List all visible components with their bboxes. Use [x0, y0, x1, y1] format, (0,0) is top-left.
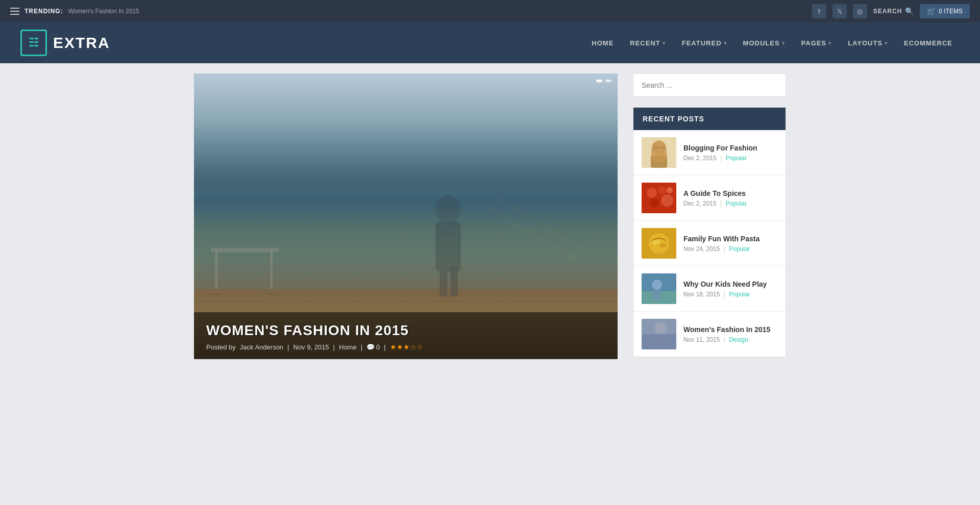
recent-posts-widget: RECENT POSTS Blogging For Fashion — [633, 107, 786, 357]
svg-rect-22 — [651, 155, 667, 168]
slider-dot — [605, 80, 611, 82]
search-area: SEARCH 🔍 — [873, 7, 914, 15]
list-item[interactable]: Blogging For Fashion Dec 2, 2015 | Popul… — [633, 130, 786, 175]
svg-rect-23 — [653, 146, 658, 149]
list-item[interactable]: Women's Fashion In 2015 Nov 11, 2015 | D… — [633, 312, 786, 357]
post-section[interactable]: Home — [339, 343, 357, 351]
post-thumbnail — [642, 183, 676, 213]
featured-overlay: WOMEN'S FASHION IN 2015 Posted by Jack A… — [194, 312, 618, 359]
svg-point-27 — [658, 186, 666, 194]
main-nav: HOME RECENT ▾ FEATURED ▾ MODULES ▾ PAGES… — [584, 35, 960, 51]
chevron-down-icon: ▾ — [663, 40, 666, 46]
post-item-meta: Nov 18, 2015 | Popular — [683, 291, 777, 298]
post-item-title: Why Our Kids Need Play — [683, 280, 777, 288]
author-name[interactable]: Jack Anderson — [240, 343, 283, 351]
svg-rect-11 — [435, 222, 461, 272]
twitter-icon[interactable]: 𝕏 — [832, 4, 847, 18]
sub-header — [0, 63, 980, 73]
search-input[interactable] — [633, 74, 786, 96]
post-item-meta: Nov 24, 2015 | Popular — [683, 245, 777, 252]
svg-point-29 — [650, 198, 659, 208]
sidebar: RECENT POSTS Blogging For Fashion — [633, 73, 786, 359]
svg-point-10 — [435, 195, 461, 223]
post-info: Blogging For Fashion Dec 2, 2015 | Popul… — [683, 144, 777, 162]
cart-button[interactable]: 🛒 0 ITEMS — [920, 4, 970, 18]
search-label: SEARCH — [873, 8, 902, 15]
hamburger-menu[interactable] — [10, 8, 19, 15]
chevron-down-icon: ▾ — [724, 40, 727, 46]
nav-modules[interactable]: MODULES ▾ — [736, 35, 792, 51]
cart-icon: 🛒 — [927, 7, 936, 15]
nav-pages[interactable]: PAGES ▾ — [794, 35, 839, 51]
svg-rect-38 — [653, 290, 661, 299]
svg-rect-24 — [660, 146, 665, 149]
top-bar: TRENDING: Women's Fashion In 2015 f 𝕏 ◎ … — [0, 0, 980, 22]
facebook-icon[interactable]: f — [812, 4, 826, 18]
post-info: A Guide To Spices Dec 2, 2015 | Popular — [683, 189, 777, 207]
posted-by-label: Posted by — [206, 343, 236, 351]
logo-icon: ☷ — [20, 30, 47, 56]
post-item-meta: Nov 11, 2015 | Design — [683, 336, 777, 343]
nav-home[interactable]: HOME — [584, 35, 621, 51]
featured-title: WOMEN'S FASHION IN 2015 — [206, 322, 605, 339]
svg-point-26 — [647, 188, 657, 198]
nav-ecommerce[interactable]: ECOMMERCE — [897, 35, 960, 51]
svg-point-28 — [661, 194, 673, 207]
featured-post[interactable]: WOMEN'S FASHION IN 2015 Posted by Jack A… — [194, 73, 618, 359]
svg-rect-7 — [215, 249, 218, 289]
post-info: Family Fun With Pasta Nov 24, 2015 | Pop… — [683, 235, 777, 252]
site-header: ☷ EXTRA HOME RECENT ▾ FEATURED ▾ MODULES… — [0, 22, 980, 63]
post-thumbnail — [642, 319, 676, 349]
post-item-title: Family Fun With Pasta — [683, 235, 777, 243]
svg-rect-9 — [211, 248, 279, 252]
post-thumbnail — [642, 228, 676, 259]
trending-text: Women's Fashion In 2015 — [68, 8, 139, 15]
svg-point-21 — [652, 140, 666, 155]
post-thumbnail — [642, 137, 676, 168]
comment-count: 💬 0 — [366, 343, 380, 351]
post-item-meta: Dec 2, 2015 | Popular — [683, 200, 777, 207]
post-date: Nov 9, 2015 — [293, 343, 329, 351]
list-item[interactable]: A Guide To Spices Dec 2, 2015 | Popular — [633, 175, 786, 221]
top-bar-left: TRENDING: Women's Fashion In 2015 — [10, 8, 139, 15]
svg-point-30 — [667, 187, 673, 193]
top-bar-right: f 𝕏 ◎ SEARCH 🔍 🛒 0 ITEMS — [812, 4, 970, 18]
search-box — [633, 73, 786, 97]
site-logo[interactable]: ☷ EXTRA — [20, 30, 110, 56]
svg-rect-12 — [439, 272, 447, 297]
svg-point-37 — [652, 280, 662, 290]
star-rating: ★★★☆☆ — [390, 343, 423, 351]
chevron-down-icon: ▾ — [885, 40, 888, 46]
chevron-down-icon: ▾ — [828, 40, 831, 46]
logo-symbol: ☷ — [29, 36, 39, 49]
svg-point-41 — [655, 322, 667, 334]
post-item-title: Blogging For Fashion — [683, 144, 777, 152]
post-info: Why Our Kids Need Play Nov 18, 2015 | Po… — [683, 280, 777, 298]
slider-dot-active — [596, 80, 602, 82]
trending-label: TRENDING: — [24, 8, 63, 15]
main-content: WOMEN'S FASHION IN 2015 Posted by Jack A… — [184, 73, 796, 380]
featured-meta: Posted by Jack Anderson | Nov 9, 2015 | … — [206, 343, 605, 351]
svg-rect-42 — [655, 334, 667, 349]
svg-point-34 — [659, 243, 667, 247]
post-item-meta: Dec 2, 2015 | Popular — [683, 155, 777, 162]
svg-rect-13 — [450, 267, 458, 297]
list-item[interactable]: Family Fun With Pasta Nov 24, 2015 | Pop… — [633, 221, 786, 266]
post-item-title: A Guide To Spices — [683, 189, 777, 197]
comment-icon: 💬 — [366, 343, 375, 351]
chevron-down-icon: ▾ — [782, 40, 785, 46]
nav-featured[interactable]: FEATURED ▾ — [675, 35, 734, 51]
nav-recent[interactable]: RECENT ▾ — [623, 35, 672, 51]
slider-dots — [596, 80, 611, 82]
post-item-title: Women's Fashion In 2015 — [683, 325, 777, 334]
nav-layouts[interactable]: LAYOUTS ▾ — [841, 35, 895, 51]
list-item[interactable]: Why Our Kids Need Play Nov 18, 2015 | Po… — [633, 266, 786, 312]
search-icon[interactable]: 🔍 — [905, 7, 914, 15]
svg-rect-8 — [270, 249, 273, 289]
logo-text: EXTRA — [53, 34, 110, 52]
instagram-icon[interactable]: ◎ — [853, 4, 867, 18]
cart-label: 0 ITEMS — [939, 8, 963, 15]
post-thumbnail — [642, 273, 676, 304]
widget-title: RECENT POSTS — [633, 108, 786, 130]
post-info: Women's Fashion In 2015 Nov 11, 2015 | D… — [683, 325, 777, 343]
